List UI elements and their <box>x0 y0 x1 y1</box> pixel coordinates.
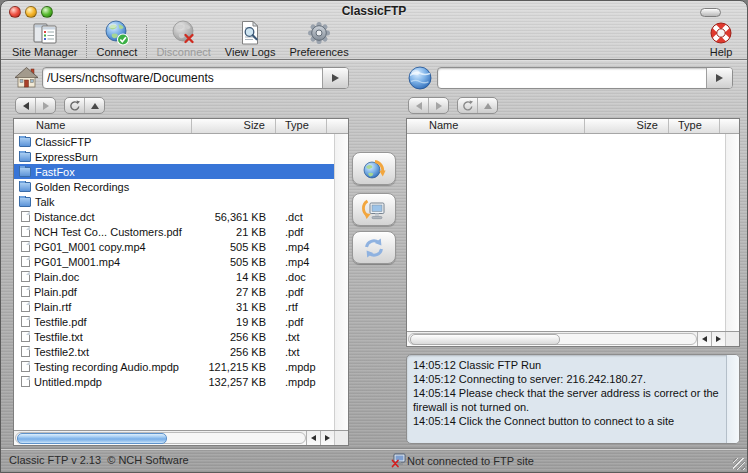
sync-button[interactable] <box>352 231 396 264</box>
file-size: 21 KB <box>192 226 276 238</box>
file-type: .pdf <box>276 226 326 238</box>
local-up-button[interactable] <box>84 98 104 113</box>
file-type-icon <box>19 197 31 207</box>
remote-file-rows <box>407 134 725 331</box>
remote-forward-button[interactable] <box>428 98 448 113</box>
file-name: Plain.pdf <box>34 286 77 298</box>
file-type-icon <box>19 182 31 192</box>
column-header-size[interactable]: Size <box>585 119 669 133</box>
column-header-type[interactable]: Type <box>669 119 719 133</box>
table-row[interactable]: PG01_M001.mp4 505 KB .mp4 <box>14 254 334 269</box>
log-box: 14:05:12 Classic FTP Run14:05:12 Connect… <box>406 354 740 444</box>
classicftp-window: ClassicFTP Site Manager <box>0 0 748 473</box>
table-row[interactable]: ExpressBurn <box>14 149 334 164</box>
view-logs-button[interactable]: View Logs <box>218 20 283 58</box>
table-row[interactable]: Testing recording Audio.mpdp 121,215 KB … <box>14 359 334 374</box>
site-manager-button[interactable]: Site Manager <box>5 20 84 58</box>
local-nav-row <box>15 97 105 114</box>
remote-horizontal-scrollbar <box>407 331 739 346</box>
remote-back-button[interactable] <box>409 98 428 113</box>
disconnect-button[interactable]: Disconnect <box>149 20 217 58</box>
table-row[interactable]: Plain.doc 14 KB .doc <box>14 269 334 284</box>
local-refresh-group <box>64 97 105 114</box>
file-type-icon <box>21 331 30 342</box>
remote-history-group <box>408 97 449 114</box>
remote-hscroll-track[interactable] <box>408 333 697 345</box>
preferences-label: Preferences <box>289 46 348 58</box>
file-size: 121,215 KB <box>192 361 276 373</box>
file-name: Testing recording Audio.mpdp <box>34 361 179 373</box>
file-type: .mp4 <box>276 256 326 268</box>
local-hscroll-right-arrow[interactable] <box>320 431 334 445</box>
table-row[interactable]: PG01_M001 copy.mp4 505 KB .mp4 <box>14 239 334 254</box>
resize-grip[interactable] <box>733 458 745 470</box>
file-type-icon <box>21 256 30 267</box>
local-path-input[interactable] <box>43 68 322 88</box>
table-row[interactable]: NCH Test Co... Customers.pdf 21 KB .pdf <box>14 224 334 239</box>
column-header-name[interactable]: Name <box>14 119 192 133</box>
table-row[interactable]: Plain.rtf 31 KB .rtf <box>14 299 334 314</box>
upload-to-server-button[interactable] <box>352 152 396 185</box>
connect-globe-icon <box>104 20 130 46</box>
download-to-computer-icon <box>361 198 387 222</box>
table-row[interactable]: Golden Recordings <box>14 179 334 194</box>
remote-url-field-wrap <box>437 67 733 89</box>
remote-up-button[interactable] <box>477 98 497 113</box>
remote-vertical-scrollbar[interactable] <box>725 134 739 331</box>
local-hscroll-left-arrow[interactable] <box>306 431 320 445</box>
preferences-gear-icon <box>306 20 332 46</box>
window-title: ClassicFTP <box>1 4 747 18</box>
connect-button[interactable]: Connect <box>89 20 144 58</box>
file-name: Distance.dct <box>34 211 95 223</box>
column-header-gutter <box>719 119 739 133</box>
help-button[interactable]: Help <box>701 20 741 58</box>
table-row[interactable]: Testfile.txt 256 KB .txt <box>14 329 334 344</box>
remote-url-input[interactable] <box>438 68 706 88</box>
log-vertical-scrollbar[interactable] <box>726 355 739 443</box>
view-logs-icon <box>237 20 263 46</box>
file-type: .pdf <box>276 316 326 328</box>
remote-refresh-button[interactable] <box>458 98 477 113</box>
table-row[interactable]: Testfile.pdf 19 KB .pdf <box>14 314 334 329</box>
file-name: ExpressBurn <box>35 151 98 163</box>
table-row[interactable]: Untitled.mpdp 132,257 KB .mpdp <box>14 374 334 389</box>
local-refresh-button[interactable] <box>65 98 84 113</box>
remote-hscroll-right-arrow[interactable] <box>711 332 725 346</box>
file-size: 19 KB <box>192 316 276 328</box>
remote-url-go-button[interactable] <box>706 68 732 88</box>
column-header-name[interactable]: Name <box>407 119 585 133</box>
local-vertical-scrollbar[interactable] <box>334 134 348 430</box>
local-horizontal-scrollbar <box>14 430 348 445</box>
table-row[interactable]: ClassicFTP <box>14 134 334 149</box>
table-row[interactable]: Talk <box>14 194 334 209</box>
preferences-button[interactable]: Preferences <box>282 20 355 58</box>
file-size: 14 KB <box>192 271 276 283</box>
local-back-button[interactable] <box>16 98 35 113</box>
file-type: .pdf <box>276 286 326 298</box>
local-hscroll-thumb[interactable] <box>17 433 167 444</box>
local-forward-button[interactable] <box>35 98 55 113</box>
column-header-size[interactable]: Size <box>192 119 276 133</box>
table-row[interactable]: Distance.dct 56,361 KB .dct <box>14 209 334 224</box>
table-row[interactable]: Plain.pdf 27 KB .pdf <box>14 284 334 299</box>
download-to-computer-button[interactable] <box>352 193 396 226</box>
home-icon[interactable] <box>14 66 39 94</box>
toolbar-separator <box>86 25 87 58</box>
local-hscroll-track[interactable] <box>15 432 306 444</box>
remote-refresh-group <box>457 97 498 114</box>
local-path-go-button[interactable] <box>322 68 348 88</box>
remote-file-list: Name Size Type <box>406 118 740 347</box>
column-header-type[interactable]: Type <box>276 119 326 133</box>
file-type-icon <box>21 271 30 282</box>
remote-hscroll-thumb[interactable] <box>410 334 560 345</box>
table-row[interactable]: Testfile2.txt 256 KB .txt <box>14 344 334 359</box>
table-row[interactable]: FastFox <box>14 164 334 179</box>
log-text: 14:05:12 Classic FTP Run14:05:12 Connect… <box>407 355 726 443</box>
refresh-icon <box>69 100 81 112</box>
toolbar-toggle-pill[interactable] <box>700 8 721 17</box>
file-size: 132,257 KB <box>192 376 276 388</box>
remote-list-header: Name Size Type <box>407 119 739 134</box>
remote-hscroll-left-arrow[interactable] <box>697 332 711 346</box>
file-name: NCH Test Co... Customers.pdf <box>34 226 182 238</box>
file-type-icon <box>21 301 30 312</box>
